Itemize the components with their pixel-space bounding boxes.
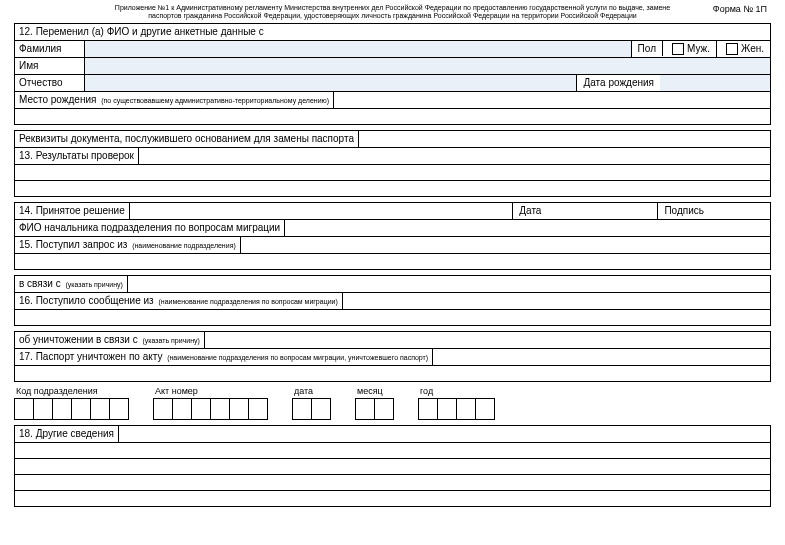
section14-fio-field[interactable] xyxy=(285,220,770,236)
female-label: Жен. xyxy=(741,43,764,54)
male-checkbox[interactable] xyxy=(672,43,684,55)
section17-row: 17. Паспорт уничтожен по акту (наименова… xyxy=(14,348,771,366)
female-checkbox[interactable] xyxy=(726,43,738,55)
birthplace-label: Место рождения (по существовавшему админ… xyxy=(15,92,334,108)
section18-extra1[interactable] xyxy=(14,443,771,459)
sex-group: Пол Муж. Жен. xyxy=(631,41,770,57)
code-group: Код подразделения xyxy=(14,386,129,420)
birthplace-extra-row[interactable] xyxy=(14,109,771,125)
section14-title: 14. Принятое решение xyxy=(15,203,130,219)
act-boxes[interactable] xyxy=(153,398,268,420)
birthplace-sub: (по существовавшему административно-терр… xyxy=(101,97,329,104)
patronymic-label: Отчество xyxy=(15,75,85,91)
section14-decision-field[interactable] xyxy=(130,203,513,219)
name-field[interactable] xyxy=(85,58,770,74)
surname-row: Фамилия Пол Муж. Жен. xyxy=(14,40,771,58)
section18-row: 18. Другие сведения xyxy=(14,425,771,443)
section16-row: 16. Поступило сообщение из (наименование… xyxy=(14,292,771,310)
dob-label: Дата рождения xyxy=(576,75,660,91)
section14-date-field[interactable] xyxy=(547,203,657,219)
section15-row: 15. Поступил запрос из (наименование под… xyxy=(14,236,771,254)
section16-destroy-text: об уничтожении в связи с xyxy=(19,334,138,345)
header-line1: Приложение №1 к Административному реглам… xyxy=(14,4,771,12)
sex-label: Пол xyxy=(632,41,663,56)
section16-destroy-label: об уничтожении в связи с (указать причин… xyxy=(15,332,205,348)
section18-extra3[interactable] xyxy=(14,475,771,491)
section17-field[interactable] xyxy=(433,349,770,365)
patronymic-row: Отчество Дата рождения xyxy=(14,74,771,92)
date-boxes[interactable] xyxy=(292,398,331,420)
section13-row: 13. Результаты проверок xyxy=(14,147,771,165)
section12-title-row: 12. Переменил (а) ФИО и другие анкетные … xyxy=(14,23,771,41)
section13-extra1[interactable] xyxy=(14,165,771,181)
section16-destroy-row: об уничтожении в связи с (указать причин… xyxy=(14,331,771,349)
dob-field[interactable] xyxy=(660,75,770,91)
section15-reason-sub: (указать причину) xyxy=(65,281,122,288)
date-label: дата xyxy=(292,386,331,396)
section14-row: 14. Принятое решение Дата Подпись xyxy=(14,202,771,220)
month-boxes[interactable] xyxy=(355,398,394,420)
birthplace-row: Место рождения (по существовавшему админ… xyxy=(14,91,771,109)
section14-fio-label: ФИО начальника подразделения по вопросам… xyxy=(15,220,285,236)
section17-title: 17. Паспорт уничтожен по акту (наименова… xyxy=(15,349,433,365)
section15-title-sub: (наименование подразделения) xyxy=(132,242,236,249)
section15-reason-label: в связи с (указать причину) xyxy=(15,276,128,292)
year-boxes[interactable] xyxy=(418,398,495,420)
section18-extra4[interactable] xyxy=(14,491,771,507)
section16-title-text: 16. Поступило сообщение из xyxy=(19,295,154,306)
section14-date-label: Дата xyxy=(512,203,547,219)
section17-title-text: 17. Паспорт уничтожен по акту xyxy=(19,351,162,362)
code-boxes-row: Код подразделения Акт номер дата месяц г… xyxy=(14,386,771,420)
section18-field[interactable] xyxy=(119,426,770,442)
section16-title: 16. Поступило сообщение из (наименование… xyxy=(15,293,343,309)
section13-field[interactable] xyxy=(139,148,770,164)
section16-destroy-field[interactable] xyxy=(205,332,770,348)
form-number: Форма № 1П xyxy=(713,4,767,14)
section13-extra2[interactable] xyxy=(14,181,771,197)
code-label: Код подразделения xyxy=(14,386,129,396)
code-boxes[interactable] xyxy=(14,398,129,420)
patronymic-field[interactable] xyxy=(85,75,576,91)
surname-label: Фамилия xyxy=(15,41,85,57)
section16-destroy-sub: (указать причину) xyxy=(142,337,199,344)
name-label: Имя xyxy=(15,58,85,74)
year-label: год xyxy=(418,386,495,396)
act-group: Акт номер xyxy=(153,386,268,420)
header-line2: паспортов гражданина Российской Федераци… xyxy=(14,12,771,20)
date-group: дата xyxy=(292,386,331,420)
male-label: Муж. xyxy=(687,43,710,54)
month-label: месяц xyxy=(355,386,394,396)
section16-field[interactable] xyxy=(343,293,770,309)
section14-sign-field[interactable] xyxy=(710,203,770,219)
doc-requisites-row: Реквизиты документа, послужившего основа… xyxy=(14,130,771,148)
section17-title-sub: (наименование подразделения по вопросам … xyxy=(167,354,428,361)
section15-title-text: 15. Поступил запрос из xyxy=(19,239,127,250)
birthplace-label-text: Место рождения xyxy=(19,94,96,105)
section15-field[interactable] xyxy=(241,237,770,253)
year-group: год xyxy=(418,386,495,420)
section14-fio-row: ФИО начальника подразделения по вопросам… xyxy=(14,219,771,237)
doc-requisites-label: Реквизиты документа, послужившего основа… xyxy=(15,131,359,147)
name-row: Имя xyxy=(14,57,771,75)
birthplace-field[interactable] xyxy=(334,92,770,108)
act-label: Акт номер xyxy=(153,386,268,396)
section15-reason-text: в связи с xyxy=(19,278,61,289)
section15-reason-row: в связи с (указать причину) xyxy=(14,275,771,293)
section12-title: 12. Переменил (а) ФИО и другие анкетные … xyxy=(19,26,264,37)
section16-title-sub: (наименование подразделения по вопросам … xyxy=(158,298,337,305)
section18-extra2[interactable] xyxy=(14,459,771,475)
section13-title: 13. Результаты проверок xyxy=(15,148,139,164)
section18-title: 18. Другие сведения xyxy=(15,426,119,442)
male-option[interactable]: Муж. xyxy=(663,41,717,57)
section17-extra[interactable] xyxy=(14,366,771,382)
section15-reason-field[interactable] xyxy=(128,276,770,292)
section16-extra[interactable] xyxy=(14,310,771,326)
section15-extra[interactable] xyxy=(14,254,771,270)
section14-sign-label: Подпись xyxy=(657,203,710,219)
doc-requisites-field[interactable] xyxy=(359,131,770,147)
section15-title: 15. Поступил запрос из (наименование под… xyxy=(15,237,241,253)
female-option[interactable]: Жен. xyxy=(717,41,770,57)
surname-field[interactable] xyxy=(85,41,631,57)
month-group: месяц xyxy=(355,386,394,420)
